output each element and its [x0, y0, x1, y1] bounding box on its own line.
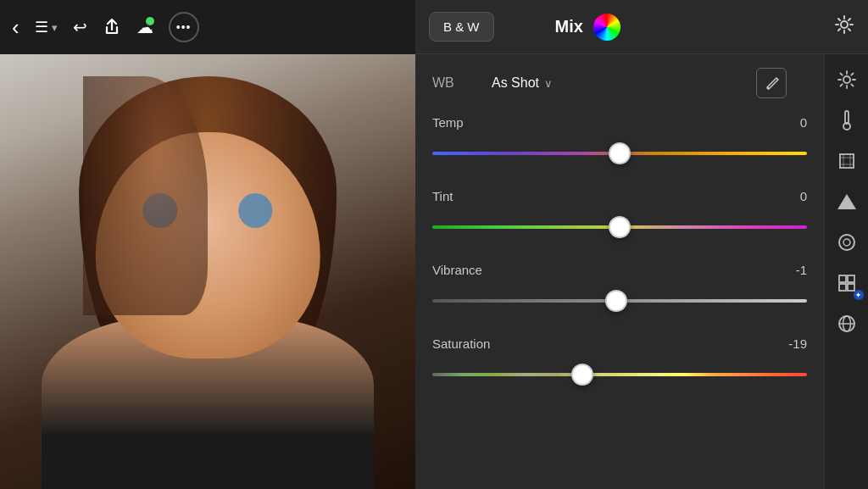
menu-group: ☰ ▾ — [35, 18, 58, 36]
saturation-value: -19 — [782, 336, 807, 351]
side-icon-bar: ✦ — [824, 54, 868, 489]
temp-slider[interactable] — [432, 138, 807, 169]
svg-rect-28 — [839, 275, 846, 282]
eyedropper-button[interactable] — [756, 68, 787, 98]
svg-rect-29 — [848, 275, 854, 282]
temp-slider-row: Temp 0 — [432, 115, 807, 169]
temp-value: 0 — [782, 115, 807, 130]
menu-chevron-icon[interactable]: ▾ — [52, 21, 58, 34]
tint-value: 0 — [782, 189, 807, 203]
tint-slider-header: Tint 0 — [432, 189, 807, 203]
svg-rect-19 — [845, 111, 849, 124]
back-button[interactable]: ‹ — [12, 14, 19, 41]
color-wheel-icon[interactable] — [593, 14, 620, 41]
more-options-button[interactable]: ••• — [169, 12, 199, 42]
temp-slider-header: Temp 0 — [432, 115, 807, 130]
tint-label: Tint — [432, 189, 453, 203]
svg-rect-30 — [839, 284, 846, 291]
panel-header: B & W Mix — [415, 0, 868, 54]
svg-point-10 — [843, 76, 850, 83]
saturation-slider-header: Saturation -19 — [432, 336, 807, 351]
svg-rect-21 — [840, 154, 854, 168]
vibrance-slider-header: Vibrance -1 — [432, 263, 807, 277]
cloud-sync-icon[interactable]: ☁ — [136, 17, 153, 37]
svg-line-17 — [840, 84, 842, 86]
vibrance-slider[interactable] — [432, 286, 807, 316]
vibrance-value: -1 — [782, 263, 807, 277]
svg-point-27 — [843, 239, 850, 246]
right-panel: B & W Mix — [415, 0, 868, 489]
saturation-slider[interactable] — [432, 359, 807, 390]
saturation-thumb[interactable] — [571, 364, 593, 386]
menu-icon[interactable]: ☰ — [35, 18, 48, 36]
tone-curve-icon-button[interactable] — [828, 183, 865, 220]
svg-line-6 — [849, 29, 850, 31]
vibrance-thumb[interactable] — [605, 290, 627, 312]
mix-label: Mix — [555, 17, 583, 36]
svg-point-9 — [767, 87, 770, 90]
presets-icon-button[interactable]: ✦ — [828, 264, 865, 302]
temp-label: Temp — [432, 115, 464, 130]
wb-dropdown-button[interactable]: As Shot ∨ — [492, 75, 553, 91]
tint-slider[interactable] — [432, 212, 807, 242]
saturation-slider-row: Saturation -19 — [432, 336, 807, 390]
wb-value-text: As Shot — [492, 75, 539, 91]
share-button[interactable] — [103, 18, 121, 36]
vibrance-label: Vibrance — [432, 263, 482, 277]
wb-label: WB — [432, 75, 475, 91]
crop-frame-icon-button[interactable] — [828, 142, 865, 180]
temp-thumb[interactable] — [609, 142, 631, 164]
svg-point-0 — [841, 21, 848, 28]
lens-icon-button[interactable] — [828, 224, 865, 261]
panel-content: WB As Shot ∨ Temp 0 — [415, 54, 824, 489]
optics-icon-button[interactable] — [828, 305, 865, 342]
bw-button[interactable]: B & W — [429, 12, 494, 42]
svg-line-5 — [838, 19, 840, 20]
wb-chevron-icon: ∨ — [544, 77, 553, 90]
svg-rect-31 — [848, 284, 854, 291]
thermometer-icon-button[interactable] — [828, 102, 865, 139]
wb-row: WB As Shot ∨ — [432, 68, 807, 98]
svg-point-26 — [839, 235, 854, 250]
svg-line-16 — [851, 84, 853, 86]
svg-line-7 — [838, 29, 840, 31]
svg-line-8 — [849, 19, 850, 20]
tint-slider-row: Tint 0 — [432, 189, 807, 242]
sun-icon[interactable] — [834, 14, 854, 39]
tint-thumb[interactable] — [609, 216, 631, 238]
left-panel: ‹ ☰ ▾ ↩ ☁ ••• — [0, 0, 415, 489]
photo-preview — [0, 54, 415, 489]
svg-line-18 — [851, 74, 853, 75]
saturation-label: Saturation — [432, 336, 490, 351]
exposure-icon-button[interactable] — [828, 61, 865, 98]
header-right-icons — [834, 14, 854, 39]
svg-line-15 — [840, 74, 842, 75]
undo-button[interactable]: ↩ — [73, 17, 87, 37]
vibrance-slider-row: Vibrance -1 — [432, 263, 807, 316]
top-bar: ‹ ☰ ▾ ↩ ☁ ••• — [0, 0, 415, 54]
